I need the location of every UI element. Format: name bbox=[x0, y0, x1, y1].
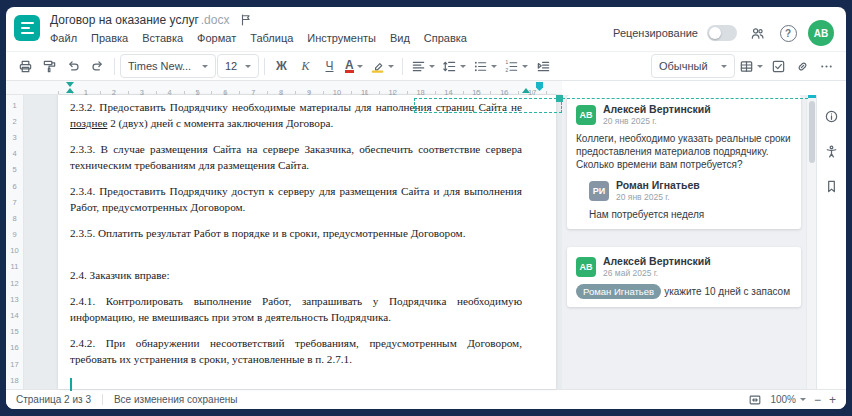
paragraph-text: 2.3.2. Предоставить Подрядчику необходим… bbox=[70, 101, 522, 113]
help-button[interactable]: ? bbox=[777, 22, 799, 44]
menu-item[interactable]: Файл bbox=[50, 32, 77, 44]
document-page[interactable]: 2.3.2. Предоставить Подрядчику необходим… bbox=[58, 95, 556, 389]
zoom-value: 100% bbox=[770, 394, 796, 406]
zoom-out-button[interactable]: − bbox=[814, 394, 821, 406]
font-family-select[interactable]: Times New... bbox=[120, 54, 216, 78]
toolbar-more-button[interactable] bbox=[815, 54, 838, 78]
font-size-select[interactable]: 12 bbox=[217, 54, 259, 78]
doc-paragraph: 2.4. Заказчик вправе: bbox=[70, 268, 522, 284]
italic-button[interactable]: К bbox=[294, 54, 317, 78]
doc-paragraph: 2.3.2. Предоставить Подрядчику необходим… bbox=[70, 100, 522, 131]
font-color-button[interactable]: А bbox=[342, 54, 366, 78]
menu-item[interactable]: Формат bbox=[197, 32, 236, 44]
statusbar-divider bbox=[102, 394, 103, 405]
menu-item[interactable]: Справка bbox=[424, 32, 467, 44]
menu-item[interactable]: Вид bbox=[390, 32, 410, 44]
numbered-list-button[interactable]: 12 bbox=[501, 54, 531, 78]
zoom-in-button[interactable]: + bbox=[829, 394, 836, 406]
document-extension: .docx bbox=[201, 12, 230, 28]
reply-header: РИ Роман Игнатьев 20 янв 2025 г. bbox=[589, 179, 792, 202]
menu-item[interactable]: Инструменты bbox=[307, 32, 376, 44]
undo-button[interactable] bbox=[62, 54, 85, 78]
flag-button[interactable] bbox=[239, 13, 253, 27]
left-indent-marker[interactable] bbox=[66, 88, 74, 93]
comment-thread[interactable]: АВ Алексей Вертинский 26 май 2025 г. Ром… bbox=[567, 247, 801, 307]
insert-table-button[interactable] bbox=[736, 54, 766, 78]
bookmarks-button[interactable] bbox=[821, 175, 843, 197]
menu-item[interactable]: Вставка bbox=[142, 32, 183, 44]
ruler-number: 8 bbox=[6, 210, 23, 226]
vertical-ruler[interactable]: 123456789101112131415161718 bbox=[6, 95, 24, 389]
scrollbar-thumb[interactable] bbox=[809, 101, 815, 163]
toolbar: Times New... 12 Ж К Ч А bbox=[6, 51, 846, 81]
right-indent-marker[interactable] bbox=[522, 88, 530, 93]
app-menu-button[interactable] bbox=[14, 15, 40, 41]
line-spacing-button[interactable] bbox=[439, 54, 469, 78]
doc-paragraph: 2.3.5. Оплатить результат Работ в порядк… bbox=[70, 226, 522, 242]
doc-paragraph: 2.4.2. При обнаружении несоответствий тр… bbox=[70, 336, 522, 367]
statusbar: Страница 2 из 3 Все изменения сохранены … bbox=[6, 389, 846, 409]
line-spacing-icon bbox=[442, 59, 457, 74]
bullet-list-icon bbox=[473, 59, 488, 74]
paragraph-style-value: Обычный bbox=[659, 60, 708, 72]
title-and-menus: Договор на оказание услуг .docx ФайлПрав… bbox=[50, 12, 613, 44]
vertical-scrollbar[interactable] bbox=[806, 95, 816, 389]
chevron-down-icon bbox=[429, 65, 435, 68]
underline-button[interactable]: Ч bbox=[318, 54, 341, 78]
print-button[interactable] bbox=[14, 54, 37, 78]
ruler-number: 5 bbox=[6, 162, 23, 178]
user-avatar[interactable]: АВ bbox=[808, 20, 834, 46]
app-window: Договор на оказание услуг .docx ФайлПрав… bbox=[6, 7, 846, 409]
document-info-button[interactable] bbox=[821, 105, 843, 127]
checkbox-icon bbox=[771, 59, 786, 74]
accessibility-button[interactable] bbox=[821, 140, 843, 162]
review-mode-toggle[interactable] bbox=[707, 25, 737, 41]
horizontal-ruler[interactable]: 1234567891011121314151617 bbox=[6, 81, 562, 95]
reply-meta: Роман Игнатьев 20 янв 2025 г. bbox=[616, 179, 700, 202]
highlighter-icon bbox=[370, 59, 385, 74]
indent-increase-button[interactable] bbox=[532, 54, 555, 78]
ruler-number: 16 bbox=[6, 340, 23, 356]
ruler-number: 10 bbox=[6, 243, 23, 259]
comment-thread[interactable]: АВ Алексей Вертинский 20 янв 2025 г. Кол… bbox=[567, 95, 801, 229]
document-canvas: 2.3.2. Предоставить Подрядчику необходим… bbox=[24, 95, 562, 389]
menu-item[interactable]: Правка bbox=[91, 32, 128, 44]
bullet-list-button[interactable] bbox=[470, 54, 500, 78]
collaborators-button[interactable] bbox=[746, 22, 768, 44]
insert-checkbox-button[interactable] bbox=[767, 54, 790, 78]
comment-meta: Алексей Вертинский 26 май 2025 г. bbox=[603, 255, 711, 278]
zoom-level-select[interactable]: 100% bbox=[770, 394, 806, 406]
ruler-number: 15 bbox=[6, 324, 23, 340]
align-button[interactable] bbox=[408, 54, 438, 78]
paragraph-style-select[interactable]: Обычный bbox=[651, 54, 735, 78]
ruler-number: 2 bbox=[6, 113, 23, 129]
fit-page-button[interactable] bbox=[748, 393, 762, 407]
highlight-color-button[interactable] bbox=[367, 54, 397, 78]
page-indicator[interactable]: Страница 2 из 3 bbox=[16, 394, 91, 405]
comment-author: Алексей Вертинский bbox=[603, 103, 711, 115]
comment-avatar: АВ bbox=[576, 105, 596, 125]
comment-text-after-mention: укажите 10 дней с запасом bbox=[664, 286, 790, 297]
comment-date: 20 янв 2025 г. bbox=[603, 116, 711, 126]
copy-style-button[interactable] bbox=[38, 54, 61, 78]
link-icon bbox=[795, 59, 810, 74]
chevron-down-icon bbox=[460, 65, 466, 68]
ruler-number: 12 bbox=[6, 275, 23, 291]
font-color-icon: А bbox=[345, 60, 354, 73]
reply-avatar: РИ bbox=[589, 181, 609, 201]
doc-paragraph: 2.3.4. Предоставить Подрядчику доступ к … bbox=[70, 184, 522, 215]
font-family-value: Times New... bbox=[128, 60, 191, 72]
first-line-indent-marker[interactable] bbox=[66, 82, 74, 87]
text-cursor bbox=[70, 378, 72, 391]
redo-button[interactable] bbox=[86, 54, 109, 78]
menu-item[interactable]: Таблица bbox=[250, 32, 293, 44]
mention-chip[interactable]: Роман Игнатьев bbox=[576, 284, 661, 299]
menubar: ФайлПравкаВставкаФорматТаблицаИнструмент… bbox=[50, 32, 613, 44]
save-status: Все изменения сохранены bbox=[114, 394, 237, 405]
flag-icon bbox=[239, 13, 253, 27]
bold-button[interactable]: Ж bbox=[270, 54, 293, 78]
ruler-number: 3 bbox=[6, 129, 23, 145]
comment-reply[interactable]: РИ Роман Игнатьев 20 янв 2025 г. Нам пот… bbox=[576, 179, 792, 221]
insert-link-button[interactable] bbox=[791, 54, 814, 78]
chevron-down-icon bbox=[245, 65, 251, 68]
